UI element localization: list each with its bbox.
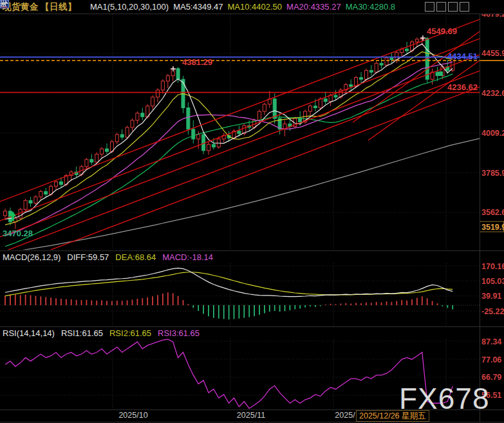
label-peak-december: 4549.69 bbox=[427, 26, 457, 36]
trendline[interactable] bbox=[0, 39, 480, 221]
price-axis-label: 3785.97 bbox=[481, 169, 504, 178]
macd-axis-label: 105.03 bbox=[481, 277, 504, 286]
zoom-out-icon[interactable] bbox=[436, 2, 446, 12]
dea-line bbox=[5, 272, 453, 296]
trendline[interactable] bbox=[0, 87, 480, 269]
rsi-line bbox=[5, 339, 453, 409]
macd-params: MACD(26,12,9) bbox=[3, 252, 61, 262]
price-axis-label: 4232.60 bbox=[481, 89, 504, 98]
ma100-line bbox=[0, 138, 480, 254]
signal-square-marker bbox=[438, 71, 443, 76]
rsi3-value: RSI3:61.65 bbox=[158, 328, 200, 338]
rsi-legend: RSI(14,14,14) RSI1:61.65 RSI2:61.65 RSI3… bbox=[3, 328, 200, 339]
time-axis-label: 2025/10 bbox=[118, 411, 147, 420]
macd-axis-label: 39.91 bbox=[481, 292, 501, 301]
rsi1-value: RSI1:61.65 bbox=[61, 328, 103, 338]
ma-param-label: MA1(5,10,20,30,100) bbox=[90, 2, 169, 12]
label-red-level: 4236.62 bbox=[447, 82, 478, 92]
ma30-line bbox=[5, 74, 453, 247]
chart-toolbar bbox=[425, 2, 469, 12]
crosshair-icon[interactable] bbox=[425, 2, 434, 12]
macd-legend: MACD(26,12,9) DIFF:59.57 DEA:68.64 MACD:… bbox=[3, 252, 213, 263]
dea-value: DEA:68.64 bbox=[115, 252, 156, 262]
time-axis-label: 2025/ bbox=[335, 411, 355, 420]
diff-value: DIFF:59.57 bbox=[67, 252, 109, 262]
watermark: FX678 bbox=[399, 381, 490, 416]
ma20-value: MA20:4335.27 bbox=[286, 2, 341, 12]
time-axis-label: 2025/11 bbox=[237, 411, 265, 420]
macd-panel[interactable] bbox=[0, 263, 480, 326]
ma10-value: MA10:4402.50 bbox=[227, 2, 282, 12]
zoom-in-icon[interactable] bbox=[448, 2, 458, 12]
price-axis-label: 4009.28 bbox=[481, 129, 504, 138]
ma5-value: MA5:4349.47 bbox=[173, 2, 223, 12]
rsi2-value: RSI2:61.65 bbox=[109, 328, 151, 338]
label-low-september: 3470.28 bbox=[3, 229, 33, 238]
period-selector[interactable]: 【日线】 bbox=[41, 1, 77, 13]
chart-canvas[interactable]: 4679.224455.914232.604009.283785.973562.… bbox=[0, 0, 504, 423]
pan-right-icon[interactable] bbox=[460, 2, 469, 12]
diff-line bbox=[5, 268, 453, 296]
macd-axis-label: -25.22 bbox=[481, 307, 504, 316]
label-blue-level: 4434.51 bbox=[447, 52, 478, 61]
rsi-params: RSI(14,14,14) bbox=[3, 328, 55, 338]
chart-header: 现货黄金 【日线】 MA1(5,10,20,30,100) MA5:4349.4… bbox=[0, 0, 504, 14]
ma30-value: MA30:4280.8 bbox=[346, 2, 395, 12]
macd-value: MACD:-18.14 bbox=[162, 252, 213, 262]
macd-histogram bbox=[5, 292, 453, 319]
price-axis-label: 3562.66 bbox=[481, 208, 504, 217]
trendline[interactable] bbox=[0, 71, 480, 253]
trendline[interactable] bbox=[0, 19, 480, 202]
rsi-axis-label: 77.06 bbox=[481, 355, 501, 364]
trendline[interactable] bbox=[0, 55, 480, 237]
label-peak-october: 4381.29 bbox=[182, 57, 212, 67]
trendline[interactable] bbox=[368, 61, 480, 140]
rsi-axis-label: 87.34 bbox=[481, 337, 501, 346]
axis-badge-value: 3519.93 bbox=[481, 223, 504, 232]
price-panel[interactable] bbox=[0, 14, 480, 269]
price-axis-label: 4455.91 bbox=[481, 49, 504, 58]
macd-axis-label: 170.16 bbox=[481, 262, 504, 271]
trading-chart-window: 现货黄金 【日线】 MA1(5,10,20,30,100) MA5:4349.4… bbox=[0, 0, 504, 423]
